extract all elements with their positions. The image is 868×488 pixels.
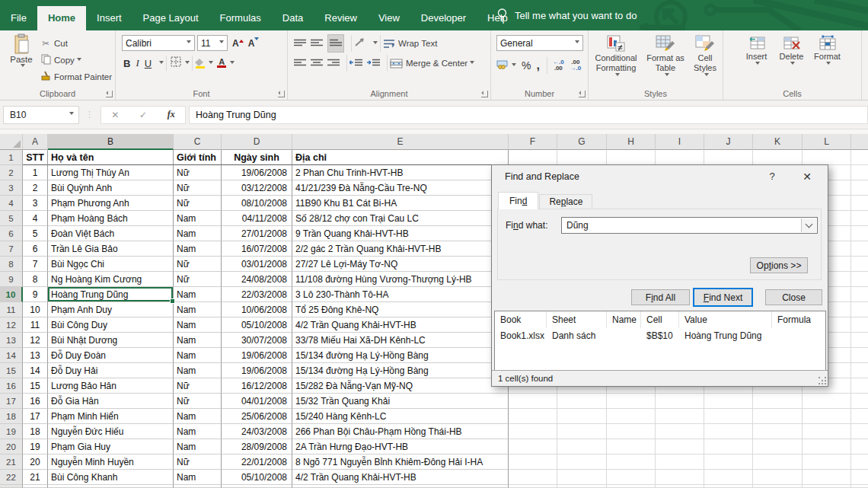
cell-J21[interactable] xyxy=(704,455,753,470)
results-col-sheet[interactable]: Sheet xyxy=(547,311,607,328)
cell-M1[interactable] xyxy=(851,150,868,165)
cell-E6[interactable]: 9 Trần Quang Khải-HVT-HB xyxy=(292,226,509,241)
cell-E17[interactable]: 15/32 Trần Quang Khải xyxy=(292,394,509,409)
cell-E18[interactable]: 15/240 Hàng Kênh-LC xyxy=(292,409,509,424)
ribbon-tab-insert[interactable]: Insert xyxy=(86,6,132,30)
select-all-corner[interactable] xyxy=(0,134,23,150)
cell-M4[interactable] xyxy=(851,196,868,211)
borders-dropdown-arrow[interactable] xyxy=(185,61,190,66)
align-left-button[interactable] xyxy=(294,56,306,70)
cell-I23[interactable] xyxy=(656,485,704,488)
cell-C19[interactable]: Nam xyxy=(174,424,222,439)
column-header-D[interactable]: D xyxy=(222,134,292,150)
cell-E7[interactable]: 2/2 gác 2 Trần Quang Khải-HVT-HB xyxy=(292,241,509,257)
cell-M14[interactable] xyxy=(851,348,868,363)
cell-D18[interactable]: 25/06/2008 xyxy=(222,409,292,424)
cell-M10[interactable] xyxy=(851,287,868,302)
cell-D10[interactable]: 22/03/2008 xyxy=(222,287,292,302)
column-header-K[interactable]: K xyxy=(753,134,803,150)
find-what-input[interactable]: Dũng xyxy=(561,217,818,234)
row-header-12[interactable]: 12 xyxy=(0,317,23,333)
row-header-1[interactable]: 1 xyxy=(0,150,23,165)
cell-D8[interactable]: 03/01/2008 xyxy=(222,257,292,272)
row-header-21[interactable]: 21 xyxy=(0,455,23,470)
cell-D9[interactable]: 24/08/2008 xyxy=(222,272,292,287)
row-header-19[interactable]: 19 xyxy=(0,424,23,439)
options-button[interactable]: Options >> xyxy=(750,257,808,273)
close-icon[interactable]: ✕ xyxy=(796,165,819,187)
orientation-dropdown-arrow[interactable] xyxy=(373,41,378,46)
cell-G19[interactable] xyxy=(557,424,607,439)
cell-M22[interactable] xyxy=(851,470,868,485)
cell-E16[interactable]: 15/282 Đà Nẵng-Vạn Mỹ-NQ xyxy=(292,378,509,394)
cell-A10[interactable]: 9 xyxy=(23,287,48,302)
font-name-select[interactable]: Calibri xyxy=(122,35,195,51)
cell-E3[interactable]: 41/21/239 Đà Nẵng-Cầu Tre-NQ xyxy=(292,180,509,196)
cell-A20[interactable]: 19 xyxy=(23,439,48,455)
ribbon-tab-developer[interactable]: Developer xyxy=(410,6,477,30)
cell-L23[interactable] xyxy=(803,485,851,488)
number-dialog-launcher[interactable] xyxy=(579,91,586,97)
cell-C3[interactable]: Nữ xyxy=(174,180,222,196)
orientation-button[interactable] xyxy=(354,37,366,50)
row-header-7[interactable]: 7 xyxy=(0,241,23,257)
cell-H23[interactable] xyxy=(607,485,656,488)
cell-F22[interactable] xyxy=(509,470,557,485)
cell-D1[interactable]: Ngày sinh xyxy=(222,150,292,165)
cell-L18[interactable] xyxy=(803,409,851,424)
find-next-button[interactable]: Find Next xyxy=(693,288,753,307)
cell-C1[interactable]: Giới tính xyxy=(174,150,222,165)
cell-D11[interactable]: 10/06/2008 xyxy=(222,302,292,317)
cell-A8[interactable]: 7 xyxy=(23,257,48,272)
top-align-button[interactable] xyxy=(294,37,306,50)
close-button[interactable]: Close xyxy=(765,289,822,305)
cell-A17[interactable]: 16 xyxy=(23,394,48,409)
cell-B13[interactable]: Bùi Nhật Dương xyxy=(48,333,174,348)
format-painter-button[interactable]: Format Painter xyxy=(40,69,112,85)
cell-K1[interactable] xyxy=(753,150,803,165)
cell-H20[interactable] xyxy=(607,439,656,455)
merge-center-button[interactable]: Merge & Center xyxy=(390,59,474,69)
cell-C2[interactable]: Nữ xyxy=(174,165,222,180)
row-header-16[interactable]: 16 xyxy=(0,378,23,394)
resize-grip[interactable] xyxy=(819,377,826,384)
cell-L17[interactable] xyxy=(803,394,851,409)
ribbon-tab-view[interactable]: View xyxy=(368,6,410,30)
column-header-I[interactable]: I xyxy=(656,134,704,150)
cell-F17[interactable] xyxy=(509,394,557,409)
ribbon-tab-home[interactable]: Home xyxy=(37,6,86,30)
cell-M9[interactable] xyxy=(851,272,868,287)
cell-L19[interactable] xyxy=(803,424,851,439)
cell-M13[interactable] xyxy=(851,333,868,348)
row-header-4[interactable]: 4 xyxy=(0,196,23,211)
cell-B9[interactable]: Ng Hoàng Kim Cương xyxy=(48,272,174,287)
font-size-select[interactable]: 11 xyxy=(197,35,228,51)
cell-D13[interactable]: 30/07/2008 xyxy=(222,333,292,348)
cell-M19[interactable] xyxy=(851,424,868,439)
cell-C14[interactable]: Nam xyxy=(174,348,222,363)
cell-G22[interactable] xyxy=(557,470,607,485)
cell-H19[interactable] xyxy=(607,424,656,439)
font-color-dropdown-arrow[interactable] xyxy=(230,61,235,66)
column-header-G[interactable]: G xyxy=(557,134,607,150)
cell-A14[interactable]: 13 xyxy=(23,348,48,363)
cell-C16[interactable]: Nữ xyxy=(174,378,222,394)
cell-A12[interactable]: 11 xyxy=(23,317,48,333)
underline-button[interactable]: U xyxy=(145,58,152,69)
cell-K18[interactable] xyxy=(753,409,803,424)
number-format-select[interactable]: General xyxy=(496,35,583,51)
cell-A19[interactable]: 18 xyxy=(23,424,48,439)
comma-style-button[interactable]: , xyxy=(536,59,539,72)
cell-C6[interactable]: Nam xyxy=(174,226,222,241)
cell-E20[interactable]: 2A Trần Hưng Đạo-HVT-HB xyxy=(292,439,509,455)
paste-button[interactable]: Paste xyxy=(5,33,38,90)
ribbon-tab-page-layout[interactable]: Page Layout xyxy=(132,6,209,30)
cell-F19[interactable] xyxy=(509,424,557,439)
cell-B21[interactable]: Nguyễn Minh Huyền xyxy=(48,455,174,470)
cell-M17[interactable] xyxy=(851,394,868,409)
percent-style-button[interactable]: % xyxy=(522,59,531,72)
cell-A1[interactable]: STT xyxy=(23,150,48,165)
insert-function-icon[interactable]: fx xyxy=(168,109,175,120)
cell-D4[interactable]: 08/10/2008 xyxy=(222,196,292,211)
cell-C22[interactable]: Nam xyxy=(174,470,222,485)
